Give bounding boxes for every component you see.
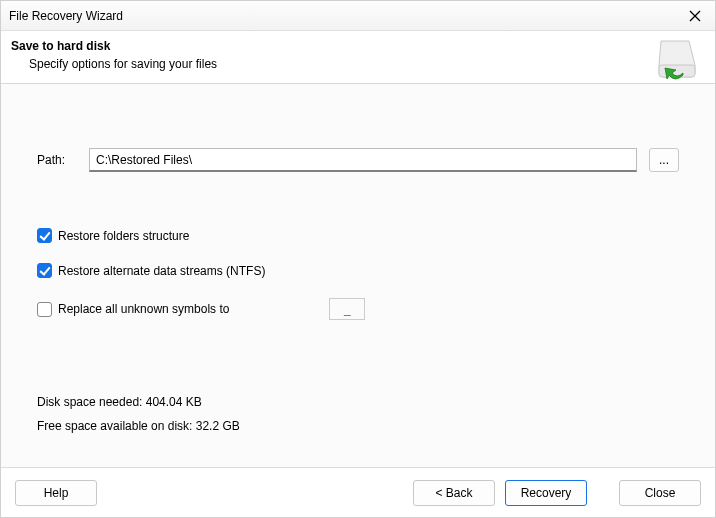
wizard-body: Path: ... Restore folders structure Rest… — [1, 84, 715, 467]
replace-symbols-input[interactable] — [329, 298, 365, 320]
browse-button[interactable]: ... — [649, 148, 679, 172]
help-button[interactable]: Help — [15, 480, 97, 506]
disk-info: Disk space needed: 404.04 KB Free space … — [37, 395, 240, 443]
restore-ads-label: Restore alternate data streams (NTFS) — [58, 264, 265, 278]
disk-free-label: Free space available on disk: 32.2 GB — [37, 419, 240, 433]
header-subtitle: Specify options for saving your files — [29, 57, 705, 71]
window: File Recovery Wizard Save to hard disk S… — [0, 0, 716, 518]
disk-recovery-icon — [655, 37, 703, 84]
wizard-header: Save to hard disk Specify options for sa… — [1, 31, 715, 84]
disk-needed-label: Disk space needed: 404.04 KB — [37, 395, 240, 409]
path-input[interactable] — [89, 148, 637, 172]
titlebar: File Recovery Wizard — [1, 1, 715, 31]
restore-folders-option[interactable]: Restore folders structure — [37, 228, 679, 243]
close-icon — [689, 10, 701, 22]
close-footer-button[interactable]: Close — [619, 480, 701, 506]
replace-symbols-option[interactable]: Replace all unknown symbols to — [37, 298, 679, 320]
close-button[interactable] — [683, 4, 707, 28]
restore-ads-checkbox[interactable] — [37, 263, 52, 278]
wizard-footer: Help < Back Recovery Close — [1, 467, 715, 517]
options-group: Restore folders structure Restore altern… — [37, 228, 679, 320]
recovery-button[interactable]: Recovery — [505, 480, 587, 506]
restore-ads-option[interactable]: Restore alternate data streams (NTFS) — [37, 263, 679, 278]
window-title: File Recovery Wizard — [9, 9, 683, 23]
path-label: Path: — [37, 153, 77, 167]
path-row: Path: ... — [37, 148, 679, 172]
header-title: Save to hard disk — [11, 39, 705, 53]
replace-symbols-checkbox[interactable] — [37, 302, 52, 317]
restore-folders-label: Restore folders structure — [58, 229, 189, 243]
replace-symbols-label: Replace all unknown symbols to — [58, 302, 229, 316]
svg-rect-0 — [659, 65, 695, 77]
back-button[interactable]: < Back — [413, 480, 495, 506]
restore-folders-checkbox[interactable] — [37, 228, 52, 243]
